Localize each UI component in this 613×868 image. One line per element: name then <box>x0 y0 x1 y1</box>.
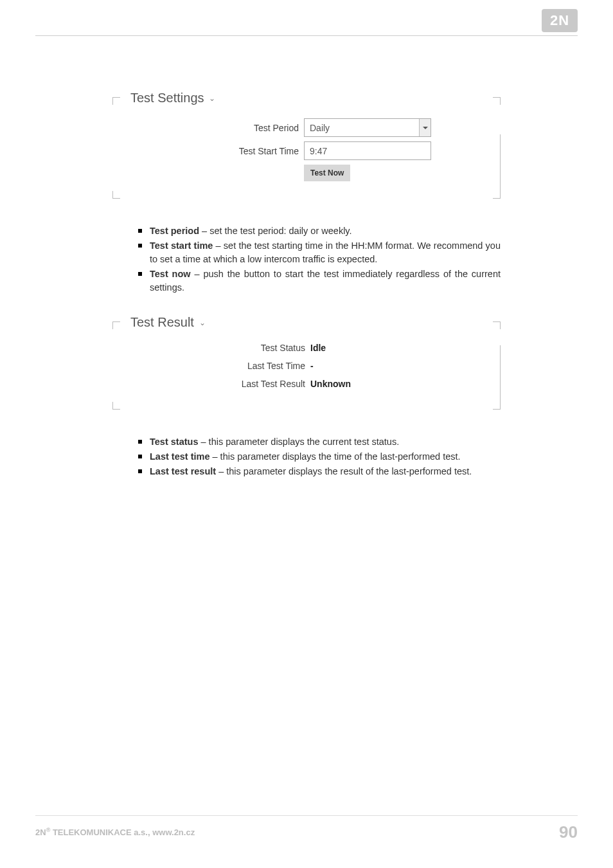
test-result-fieldset: Test Result ⌄ Test Status Idle Last Test… <box>112 315 501 410</box>
legend-text: Test Result <box>130 315 194 329</box>
test-start-time-label: Test Start Time <box>124 146 304 156</box>
test-status-value: Idle <box>310 343 326 353</box>
test-period-select[interactable]: Daily <box>304 118 431 137</box>
test-settings-legend[interactable]: Test Settings ⌄ <box>112 91 220 118</box>
corner-decor <box>493 345 501 410</box>
content-area: Test Settings ⌄ Test Period Daily <box>35 36 578 499</box>
corner-decor <box>112 321 120 329</box>
corner-decor <box>493 97 501 105</box>
last-test-time-value: - <box>310 361 314 371</box>
page-container: 2N Test Settings ⌄ Test Period Daily <box>0 0 613 868</box>
list-item: Test now – push the button to start the … <box>138 267 501 294</box>
page-footer: 2N® TELEKOMUNIKACE a.s., www.2n.cz 90 <box>35 815 578 842</box>
result-description-list: Test status – this parameter displays th… <box>112 435 501 499</box>
list-item: Last test time – this parameter displays… <box>138 450 501 464</box>
test-start-time-row: Test Start Time 9:47 <box>124 141 489 160</box>
footer-company: 2N® TELEKOMUNIKACE a.s., www.2n.cz <box>35 827 195 837</box>
list-item: Test period – set the test period: daily… <box>138 224 501 238</box>
corner-decor <box>112 97 120 105</box>
corner-decor <box>112 191 120 199</box>
test-settings-fieldset: Test Settings ⌄ Test Period Daily <box>112 91 501 199</box>
last-test-time-row: Last Test Time - <box>124 361 489 371</box>
test-status-label: Test Status <box>124 343 310 353</box>
last-test-time-label: Last Test Time <box>124 361 310 371</box>
legend-text: Test Settings <box>130 91 204 105</box>
list-item: Test start time – set the test starting … <box>138 239 501 266</box>
test-now-button[interactable]: Test Now <box>304 165 350 181</box>
last-test-result-label: Last Test Result <box>124 379 310 389</box>
corner-decor <box>112 402 120 410</box>
test-start-time-input[interactable]: 9:47 <box>304 141 431 160</box>
brand-logo-text: 2N <box>550 12 569 29</box>
test-period-label: Test Period <box>124 123 304 133</box>
brand-logo: 2N <box>542 9 578 32</box>
last-test-result-value: Unknown <box>310 379 351 389</box>
settings-description-list: Test period – set the test period: daily… <box>112 224 501 315</box>
list-item: Last test result – this parameter displa… <box>138 465 501 478</box>
caret-down-icon <box>423 127 428 129</box>
test-result-legend[interactable]: Test Result ⌄ <box>112 315 211 343</box>
list-item: Test status – this parameter displays th… <box>138 435 501 449</box>
corner-decor <box>493 134 501 199</box>
test-status-row: Test Status Idle <box>124 343 489 353</box>
page-number: 90 <box>559 822 578 842</box>
input-value: 9:47 <box>310 146 327 156</box>
chevron-down-icon: ⌄ <box>209 94 215 103</box>
chevron-down-icon: ⌄ <box>199 318 206 327</box>
dropdown-button[interactable] <box>419 119 431 136</box>
last-test-result-row: Last Test Result Unknown <box>124 379 489 389</box>
test-period-row: Test Period Daily <box>124 118 489 137</box>
select-value: Daily <box>305 123 419 133</box>
corner-decor <box>493 321 501 329</box>
test-now-row: Test Now <box>124 165 489 181</box>
